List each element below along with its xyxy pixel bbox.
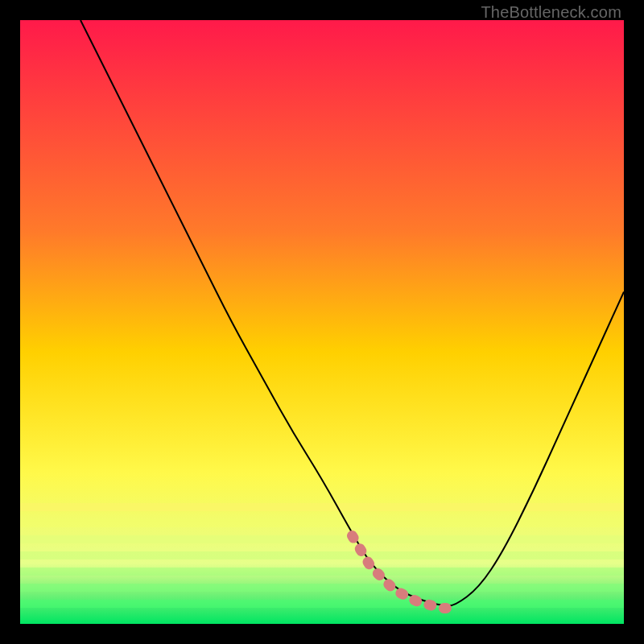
svg-rect-6 (20, 600, 624, 608)
svg-rect-0 (20, 503, 624, 511)
svg-rect-3 (20, 551, 624, 559)
svg-rect-5 (20, 584, 624, 592)
svg-rect-1 (20, 519, 624, 527)
svg-rect-4 (20, 568, 624, 576)
plot-area (20, 20, 624, 624)
watermark-text: TheBottleneck.com (481, 3, 621, 22)
chart-frame: TheBottleneck.com (0, 0, 644, 644)
svg-rect-2 (20, 535, 624, 543)
chart-svg (20, 20, 624, 624)
gradient-background (20, 20, 624, 624)
